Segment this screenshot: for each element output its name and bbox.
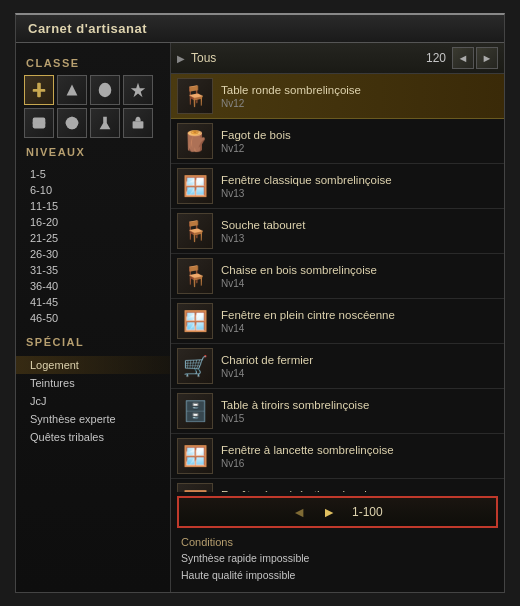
- pagination-bar: ◄ ► 1-100: [177, 496, 498, 528]
- level-6-10[interactable]: 6-10: [16, 182, 170, 198]
- item-level: Nv14: [221, 278, 377, 289]
- level-16-20[interactable]: 16-20: [16, 214, 170, 230]
- conditions-title: Conditions: [181, 536, 494, 548]
- list-item[interactable]: 🪟 Fenêtre en plein cintre noscéenne Nv14: [171, 299, 504, 344]
- list-item[interactable]: 🪑 Chaise en bois sombrelinçoise Nv14: [171, 254, 504, 299]
- item-level: Nv12: [221, 98, 361, 109]
- list-item[interactable]: 🛒 Chariot de fermier Nv14: [171, 344, 504, 389]
- level-46-50[interactable]: 46-50: [16, 310, 170, 326]
- item-name: Fenêtre en plein cintre noscéenne: [221, 308, 395, 323]
- class-icon-carpenter[interactable]: [24, 75, 54, 105]
- item-info: Chariot de fermier Nv14: [221, 353, 313, 379]
- item-icon: 🪟: [177, 303, 213, 339]
- levels-section: 1-5 6-10 11-15 16-20 21-25 26-30 31-35 3…: [16, 162, 170, 330]
- svg-rect-10: [133, 121, 144, 128]
- list-item[interactable]: 🪟 Fenêtre classique sombrelinçoise Nv13: [171, 164, 504, 209]
- item-name: Chariot de fermier: [221, 353, 313, 368]
- item-name: Fenêtre à lancette sombrelinçoise: [221, 443, 394, 458]
- item-level: Nv13: [221, 233, 305, 244]
- level-41-45[interactable]: 41-45: [16, 294, 170, 310]
- item-icon: 🛒: [177, 348, 213, 384]
- list-item[interactable]: 🗄️ Table à tiroirs sombrelinçoise Nv15: [171, 389, 504, 434]
- item-info: Chaise en bois sombrelinçoise Nv14: [221, 263, 377, 289]
- filter-next-button[interactable]: ►: [476, 47, 498, 69]
- condition-line-2: Haute qualité impossible: [181, 567, 494, 584]
- item-level: Nv16: [221, 458, 394, 469]
- item-name: Chaise en bois sombrelinçoise: [221, 263, 377, 278]
- page-next-button[interactable]: ►: [322, 504, 336, 520]
- window-title: Carnet d'artisanat: [16, 15, 504, 43]
- item-level: Nv15: [221, 413, 369, 424]
- main-panel: ▶ Tous 120 ◄ ► 🪑 Table ronde sombrelinço…: [171, 43, 504, 592]
- item-level: Nv13: [221, 188, 392, 199]
- item-icon: 🪵: [177, 123, 213, 159]
- filter-bar: ▶ Tous 120 ◄ ►: [171, 43, 504, 74]
- title-text: Carnet d'artisanat: [28, 21, 147, 36]
- main-content: Classe: [16, 43, 504, 592]
- class-icon-weaver[interactable]: [57, 108, 87, 138]
- level-31-35[interactable]: 31-35: [16, 262, 170, 278]
- item-info: Fenêtre à lancette sombrelinçoise Nv16: [221, 443, 394, 469]
- level-11-15[interactable]: 11-15: [16, 198, 170, 214]
- item-list[interactable]: 🪑 Table ronde sombrelinçoise Nv12 🪵 Fago…: [171, 74, 504, 492]
- class-icons-grid: [16, 73, 170, 140]
- list-item[interactable]: 🪑 Table ronde sombrelinçoise Nv12: [171, 74, 504, 119]
- conditions-section: Conditions Synthèse rapide impossible Ha…: [171, 532, 504, 592]
- filter-count: 120: [426, 51, 446, 65]
- niveaux-label: Niveaux: [16, 140, 170, 162]
- class-icon-blacksmith[interactable]: [57, 75, 87, 105]
- level-26-30[interactable]: 26-30: [16, 246, 170, 262]
- special-quetes[interactable]: Quêtes tribales: [16, 428, 170, 446]
- item-info: Souche tabouret Nv13: [221, 218, 305, 244]
- class-icon-leatherworker[interactable]: [24, 108, 54, 138]
- svg-marker-4: [131, 83, 145, 97]
- item-icon: 🗄️: [177, 393, 213, 429]
- item-name: Table ronde sombrelinçoise: [221, 83, 361, 98]
- item-level: Nv14: [221, 368, 313, 379]
- item-name: Fagot de bois: [221, 128, 291, 143]
- page-range-label: 1-100: [352, 505, 383, 519]
- crafting-notebook-window: Carnet d'artisanat Classe: [15, 13, 505, 593]
- item-info: Fenêtre à croisée thanalanaise Nv16: [221, 488, 379, 492]
- sidebar: Classe: [16, 43, 171, 592]
- page-prev-button[interactable]: ◄: [292, 504, 306, 520]
- item-name: Fenêtre classique sombrelinçoise: [221, 173, 392, 188]
- item-level: Nv14: [221, 323, 395, 334]
- item-info: Fagot de bois Nv12: [221, 128, 291, 154]
- item-info: Fenêtre en plein cintre noscéenne Nv14: [221, 308, 395, 334]
- classe-label: Classe: [16, 51, 170, 73]
- list-item[interactable]: 🪑 Souche tabouret Nv13: [171, 209, 504, 254]
- item-info: Table ronde sombrelinçoise Nv12: [221, 83, 361, 109]
- item-info: Table à tiroirs sombrelinçoise Nv15: [221, 398, 369, 424]
- item-level: Nv12: [221, 143, 291, 154]
- item-icon: 🪑: [177, 78, 213, 114]
- level-36-40[interactable]: 36-40: [16, 278, 170, 294]
- item-name: Souche tabouret: [221, 218, 305, 233]
- svg-rect-1: [37, 83, 41, 97]
- special-jcj[interactable]: JcJ: [16, 392, 170, 410]
- special-section: Logement Teintures JcJ Synthèse experte …: [16, 352, 170, 584]
- special-synthese[interactable]: Synthèse experte: [16, 410, 170, 428]
- level-21-25[interactable]: 21-25: [16, 230, 170, 246]
- item-icon: 🪑: [177, 258, 213, 294]
- item-icon: 🪟: [177, 168, 213, 204]
- filter-navigation: ◄ ►: [452, 47, 498, 69]
- list-item[interactable]: 🪵 Fagot de bois Nv12: [171, 119, 504, 164]
- class-icon-culinarian[interactable]: [123, 108, 153, 138]
- filter-category-label: Tous: [191, 51, 420, 65]
- class-icon-goldsmith[interactable]: [123, 75, 153, 105]
- level-1-5[interactable]: 1-5: [16, 166, 170, 182]
- item-icon: 🪑: [177, 213, 213, 249]
- special-logement[interactable]: Logement: [16, 356, 170, 374]
- item-info: Fenêtre classique sombrelinçoise Nv13: [221, 173, 392, 199]
- class-icon-alchemist[interactable]: [90, 108, 120, 138]
- list-item[interactable]: 🪟 Fenêtre à croisée thanalanaise Nv16: [171, 479, 504, 492]
- item-icon: 🪟: [177, 483, 213, 492]
- filter-prev-button[interactable]: ◄: [452, 47, 474, 69]
- special-teintures[interactable]: Teintures: [16, 374, 170, 392]
- class-icon-armorer[interactable]: [90, 75, 120, 105]
- special-label: Spécial: [16, 330, 170, 352]
- item-name: Fenêtre à croisée thanalanaise: [221, 488, 379, 492]
- list-item[interactable]: 🪟 Fenêtre à lancette sombrelinçoise Nv16: [171, 434, 504, 479]
- filter-expand-arrow[interactable]: ▶: [177, 53, 185, 64]
